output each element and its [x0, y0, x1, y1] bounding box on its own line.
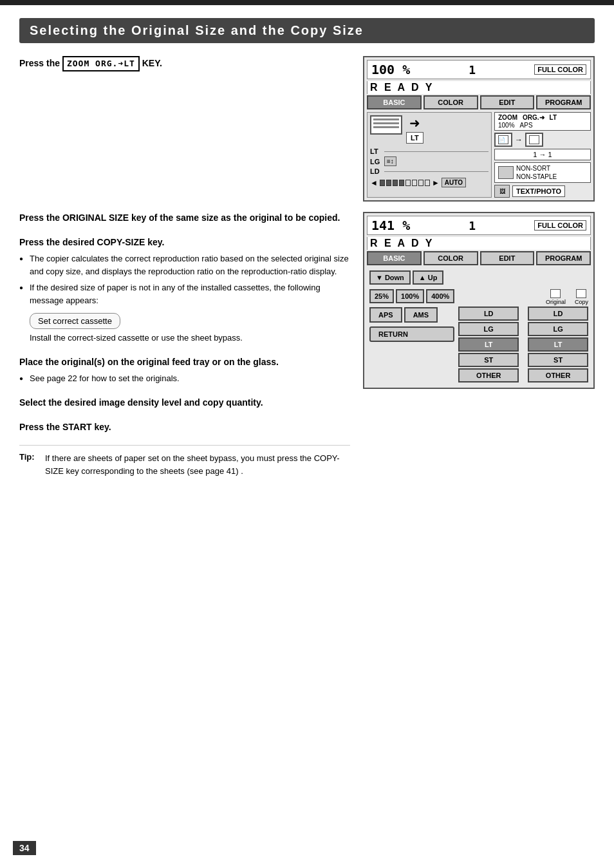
original-label: Original [546, 299, 566, 305]
doc-inner-2 [529, 135, 539, 144]
up-arrow: ▲ [419, 274, 426, 281]
prog-left-arrow: ◄ [370, 178, 378, 187]
message-sub: Install the correct-sized cassette or us… [30, 332, 350, 344]
copy-doc-icon [576, 289, 586, 298]
copy-other[interactable]: OTHER [528, 368, 588, 382]
return-area: RETURN [369, 326, 454, 342]
non-sort-text: NON-SORT NON-STAPLE [516, 164, 557, 181]
arrow-area: ➜ LT [406, 115, 423, 144]
step-6-title: Press the START key. [19, 421, 350, 434]
up-label: Up [428, 274, 438, 281]
nav-up-btn[interactable]: ▲ Up [413, 270, 444, 285]
copy-ld[interactable]: LD [528, 307, 588, 321]
ratio-400[interactable]: 400% [426, 289, 454, 303]
step-2-title: Press the ORIGINAL SIZE key of the same … [19, 212, 350, 225]
orig-st[interactable]: ST [458, 353, 519, 367]
orig-lg[interactable]: LG [458, 322, 519, 336]
step-6: Press the START key. [19, 421, 350, 434]
tab-basic[interactable]: BASIC [367, 95, 422, 109]
doc-icon-2 [525, 133, 543, 147]
tab-edit[interactable]: EDIT [480, 95, 535, 109]
ratio-100[interactable]: 100% [396, 289, 424, 303]
panel1-paper-area: ➜ LT LT LG ≡↕ [367, 112, 492, 198]
doc-inner: 📄 [498, 135, 508, 144]
step-3: Press the desired COPY-SIZE key. The cop… [19, 236, 350, 344]
orig-other[interactable]: OTHER [458, 368, 519, 382]
spacer-other [520, 368, 526, 382]
prog-right-arrow: ► [432, 178, 440, 187]
message-box: Set correct cassette [30, 313, 120, 329]
progress-row: ◄ ► AUTO [370, 178, 488, 187]
auto-btn[interactable]: AUTO [442, 178, 466, 187]
aps-btn[interactable]: APS [369, 307, 402, 323]
page-header: Selecting the Original Size and the Copy… [19, 18, 595, 43]
step-3-bullets: The copier calculates the correct reprod… [19, 252, 350, 307]
bottom-btns: APS AMS [369, 307, 454, 323]
main-content: Press the ZOOM ORG.➜LT KEY. Press the OR… [0, 43, 614, 490]
step-1: Press the ZOOM ORG.➜LT KEY. [19, 56, 350, 71]
tab-color[interactable]: COLOR [423, 95, 478, 109]
sort-icon [498, 166, 514, 179]
paper-sizes: LT LG ≡↕ LD [370, 147, 488, 175]
zoom-org-box: ZOOM ORG.➜ LT 100% APS [494, 112, 591, 131]
zoom-val: 100% [498, 122, 515, 129]
right-column: 100 % 1 FULL COLOR R E A D Y BASIC COLOR… [363, 56, 595, 477]
divider [19, 445, 350, 446]
step-4-bullets: See page 22 for how to set the originals… [19, 372, 350, 385]
panel2-tabs: BASIC COLOR EDIT PROGRAM [367, 251, 591, 265]
size-lg: LG ≡↕ [370, 156, 488, 166]
zoom-key[interactable]: ZOOM ORG.➜LT [62, 56, 140, 71]
tab2-basic[interactable]: BASIC [367, 251, 422, 265]
nav-btns: ▼ Down ▲ Up [369, 270, 443, 285]
lt-label: LT [406, 132, 423, 144]
step-4-title: Place the original(s) on the original fe… [19, 356, 350, 369]
aps-val: APS [520, 122, 533, 129]
panel1-tabs: BASIC COLOR EDIT PROGRAM [367, 95, 591, 109]
ams-btn[interactable]: AMS [404, 307, 438, 323]
tab-program[interactable]: PROGRAM [536, 95, 591, 109]
doc-icon: 📄 [494, 133, 512, 147]
non-staple-label: NON-STAPLE [516, 173, 557, 181]
left-column: Press the ZOOM ORG.➜LT KEY. Press the OR… [19, 56, 350, 477]
size-lt-label: LT [370, 147, 382, 155]
col-gap [567, 289, 573, 305]
size-lg-right: ≡↕ [384, 156, 488, 166]
copy-lg[interactable]: LG [528, 322, 588, 336]
seg6 [412, 180, 417, 186]
tip-section: Tip: If there are sheets of paper set on… [19, 452, 350, 477]
copy-st[interactable]: ST [528, 353, 588, 367]
size-lt-line [384, 151, 488, 152]
size-ld-label: LD [370, 167, 382, 175]
tab2-program[interactable]: PROGRAM [536, 251, 591, 265]
ratio-btns: 25% 100% 400% [369, 289, 454, 303]
tab2-color[interactable]: COLOR [423, 251, 478, 265]
page-number: 34 [19, 843, 30, 853]
seg1 [380, 180, 385, 186]
panel2-left-btns: 25% 100% 400% APS AMS RETURN [369, 289, 454, 382]
seg5 [405, 180, 411, 186]
panel1-count: 1 [469, 63, 476, 77]
original-col-header: Original [546, 289, 566, 305]
bullet-2-text: If the desired size of paper is not in a… [30, 283, 321, 305]
tip-label: Tip: [19, 452, 39, 477]
return-btn[interactable]: RETURN [369, 326, 454, 342]
copy-lt[interactable]: LT [528, 337, 588, 352]
step-1-title: Press the ZOOM ORG.➜LT KEY. [19, 56, 350, 71]
size-lg-label: LG [370, 158, 382, 165]
step-3-title: Press the desired COPY-SIZE key. [19, 236, 350, 249]
seg4 [399, 180, 404, 186]
tab2-edit[interactable]: EDIT [480, 251, 535, 265]
non-sort-label: NON-SORT [516, 164, 557, 173]
img-icon: 🖼 [494, 185, 510, 198]
text-photo-row: 🖼 TEXT/PHOTO [494, 185, 591, 198]
step-2: Press the ORIGINAL SIZE key of the same … [19, 212, 350, 225]
orig-ld[interactable]: LD [458, 307, 519, 321]
panel1-top-row: 100 % 1 FULL COLOR [367, 60, 591, 79]
ratio-25[interactable]: 25% [369, 289, 394, 303]
copy-ratio-row: 📄 → [494, 133, 591, 147]
page-title: Selecting the Original Size and the Copy… [30, 23, 584, 38]
nav-down-btn[interactable]: ▼ Down [369, 270, 411, 285]
paper-tray-box [370, 115, 402, 135]
orig-lt[interactable]: LT [458, 337, 519, 352]
step-1-press-label: Press the [19, 58, 62, 68]
